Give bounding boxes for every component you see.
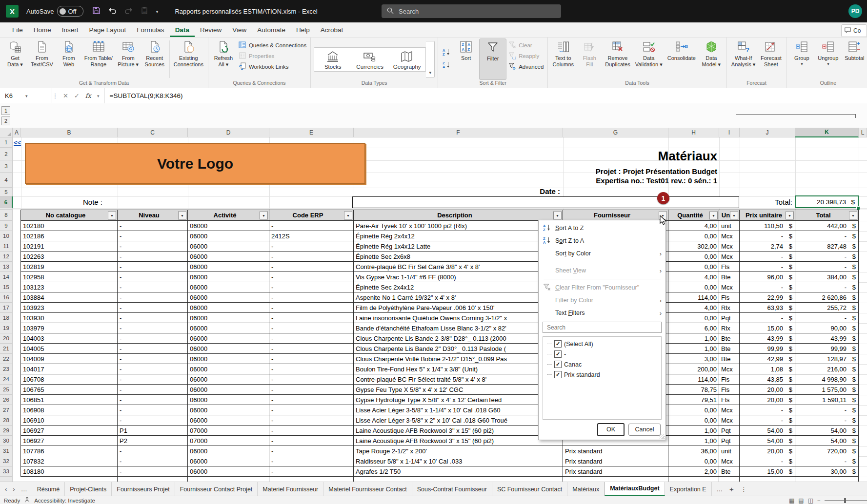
cell-27-desc[interactable]: Lisse Acier Léger 3-5/8" x 1-1/4" x 10' … — [354, 405, 563, 415]
cell-14-tot[interactable]: 384,00$ — [795, 272, 859, 282]
table-header-niveau[interactable]: Niveau▼ — [118, 210, 188, 221]
cell-16-tot[interactable]: 2 620,86$ — [795, 292, 859, 303]
cell-22-un[interactable]: Bte — [719, 354, 740, 364]
cell-13-cat[interactable]: 102819 — [21, 262, 118, 272]
menu-tab-insert[interactable]: Insert — [57, 23, 84, 37]
cancel-button[interactable]: Cancel — [628, 424, 661, 436]
cell-30-erp[interactable]: - — [269, 436, 354, 446]
row-header-3[interactable]: 3 — [0, 160, 13, 173]
cell-16-erp[interactable]: - — [269, 292, 354, 303]
menu-tab-review[interactable]: Review — [195, 23, 227, 37]
refresh-all-button[interactable]: RefreshAll ▾ — [210, 39, 237, 80]
cell-22-desc[interactable]: Clous Charpente Vrillé Bobine 2-1/2" D15… — [354, 354, 563, 364]
row-header-28[interactable]: 28 — [0, 415, 13, 426]
cell-20-niv[interactable]: - — [118, 333, 188, 344]
row-header-17[interactable]: 17 — [0, 303, 13, 313]
cell-24-un[interactable]: Fls — [719, 374, 740, 385]
column-header-I[interactable]: I — [719, 128, 740, 137]
cell-31-tot[interactable]: 720,00$ — [795, 446, 859, 456]
cell-22-cat[interactable]: 104009 — [21, 354, 118, 364]
column-header-E[interactable]: E — [269, 128, 354, 137]
remove-duplicates-button[interactable]: RemoveDuplicates — [603, 39, 632, 80]
cell-12-qty[interactable]: 0,00 — [668, 252, 719, 262]
cell-18-qty[interactable]: 0,00 — [668, 313, 719, 323]
filter-menu-item-sort-z-to-a[interactable]: ZASort Z to A — [539, 234, 665, 247]
row-header-21[interactable]: 21 — [0, 344, 13, 354]
outline-level-2-button[interactable]: 2 — [1, 116, 10, 125]
get-data-button[interactable]: GetData ▾ — [2, 39, 28, 80]
cell-26-qty[interactable]: 79,51 — [668, 395, 719, 405]
filter-menu-item-text-filters[interactable]: Text Filters› — [539, 307, 665, 319]
cell-16-desc[interactable]: Aspenite No 1 Carré 19/32" x 4' x 8' — [354, 292, 563, 303]
cell-19-desc[interactable]: Bande d'étanchéité Ethafoam Lisse Blanc … — [354, 323, 563, 333]
cell-27-pu[interactable]: -$ — [740, 405, 795, 415]
resize-grip[interactable] — [660, 434, 665, 439]
cell-19-cat[interactable]: 103979 — [21, 323, 118, 333]
cell-27-niv[interactable]: - — [118, 405, 188, 415]
cell-29-un[interactable]: Pqt — [719, 426, 740, 436]
comments-button[interactable]: Co — [841, 24, 867, 37]
tab-list-left-icon[interactable]: … — [21, 485, 27, 493]
cell-11-cat[interactable]: 102191 — [21, 241, 118, 252]
cell-32-tot[interactable]: -$ — [795, 456, 859, 466]
cell-28-cat[interactable]: 106910 — [21, 415, 118, 426]
cell-18-cat[interactable]: 103930 — [21, 313, 118, 323]
search-input[interactable] — [398, 7, 536, 16]
cell-33-act[interactable]: 06000 — [188, 466, 269, 477]
customize-qat-icon[interactable]: ▾ — [156, 9, 158, 14]
cell-9-pu[interactable]: 110,50$ — [740, 221, 795, 231]
cell-11-pu[interactable]: 2,74$ — [740, 241, 795, 252]
cell-17-qty[interactable]: 4,00 — [668, 303, 719, 313]
cell-28-qty[interactable]: 0,00 — [668, 415, 719, 426]
cell-33-un[interactable]: Bte — [719, 466, 740, 477]
cell-9-erp[interactable]: - — [269, 221, 354, 231]
cell-33-desc[interactable]: Agrafes 1/2 T50 — [354, 466, 563, 477]
cell-10-tot[interactable]: -$ — [795, 231, 859, 241]
cell-12-act[interactable]: 06000 — [188, 252, 269, 262]
cell-32-act[interactable]: 06000 — [188, 456, 269, 466]
sheet-tab-résumé[interactable]: Résumé — [32, 482, 65, 496]
cell-26-cat[interactable]: 106851 — [21, 395, 118, 405]
cell-23-desc[interactable]: Boulon Tire-Fond Hex 5" x 1/4" x 3/8" (U… — [354, 364, 563, 374]
cell-24-qty[interactable]: 114,00 — [668, 374, 719, 385]
row-header-23[interactable]: 23 — [0, 364, 13, 374]
cell-30-qty[interactable]: 1,00 — [668, 436, 719, 446]
from-table-range-button[interactable]: From Table/Range — [82, 39, 115, 80]
outline-level-1-button[interactable]: 1 — [1, 106, 10, 115]
column-header-K[interactable]: K — [795, 128, 859, 137]
cell-25-desc[interactable]: Gypse Feu Type X 5/8" x 4' x 12' CGC — [354, 385, 563, 395]
add-sheet-icon[interactable]: + — [729, 485, 734, 493]
cell-10-act[interactable]: 06000 — [188, 231, 269, 241]
cell-32-pu[interactable]: -$ — [740, 456, 795, 466]
cell-15-cat[interactable]: 103123 — [21, 282, 118, 292]
row-header-33[interactable]: 33 — [0, 466, 13, 477]
cell-25-cat[interactable]: 106765 — [21, 385, 118, 395]
ungroup-button[interactable]: Ungroup▾ — [815, 39, 841, 80]
cell-18-pu[interactable]: -$ — [740, 313, 795, 323]
sheet-tab-matériaux[interactable]: Matériaux — [567, 482, 605, 496]
group-button[interactable]: Group▾ — [788, 39, 815, 80]
row-header-9[interactable]: 9 — [0, 221, 13, 231]
table-header-activit-[interactable]: Activité▼ — [188, 210, 269, 221]
filter-button[interactable]: Filter — [479, 39, 506, 80]
cell-11-qty[interactable]: 302,00 — [668, 241, 719, 252]
cell-9-un[interactable]: unit — [719, 221, 740, 231]
cell-11-desc[interactable]: Épinette Rég 1x4x12 Latte — [354, 241, 563, 252]
cell-12-cat[interactable]: 102263 — [21, 252, 118, 262]
cell-14-desc[interactable]: Vis Gypse Vrac 1-1/4" #6 FF (8000) — [354, 272, 563, 282]
cell-11-tot[interactable]: 827,48$ — [795, 241, 859, 252]
cell-23-qty[interactable]: 200,00 — [668, 364, 719, 374]
row-header-29[interactable]: 29 — [0, 426, 13, 436]
row-header-26[interactable]: 26 — [0, 395, 13, 405]
row-header-32[interactable]: 32 — [0, 456, 13, 466]
cell-22-niv[interactable]: - — [118, 354, 188, 364]
cell-20-cat[interactable]: 104003 — [21, 333, 118, 344]
tab-bar-menu-icon[interactable]: ⋮ — [741, 485, 747, 493]
cell-18-erp[interactable]: - — [269, 313, 354, 323]
filter-button-niveau[interactable]: ▼ — [178, 211, 186, 219]
cell-25-erp[interactable]: - — [269, 385, 354, 395]
confirm-entry-icon[interactable]: ✓ — [74, 92, 80, 99]
menu-tab-acrobat[interactable]: Acrobat — [315, 23, 349, 37]
cell-10-un[interactable]: Mcx — [719, 231, 740, 241]
cell-30-pu[interactable]: 54,00$ — [740, 436, 795, 446]
